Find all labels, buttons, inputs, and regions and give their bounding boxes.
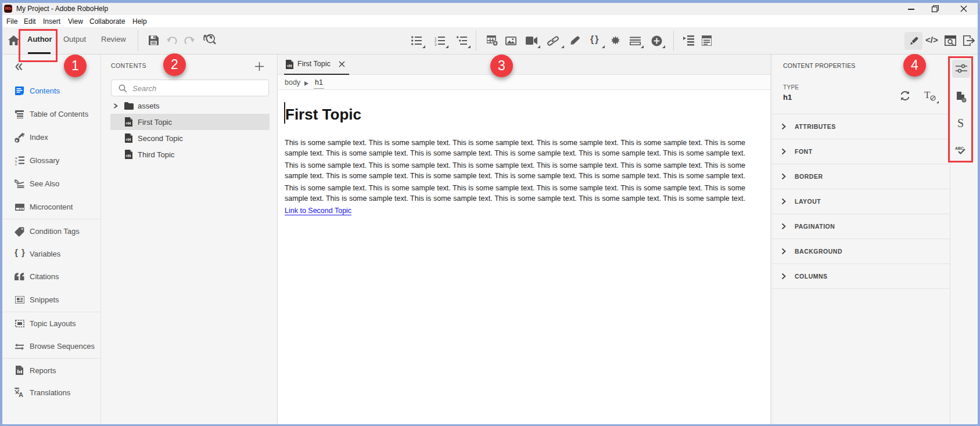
svg-text:<H: <H bbox=[287, 64, 292, 68]
svg-text:<H: <H bbox=[126, 138, 131, 142]
svg-text:<H: <H bbox=[126, 154, 131, 158]
svg-text:c: c bbox=[15, 162, 17, 165]
svg-text:A: A bbox=[19, 391, 23, 398]
svg-text:3: 3 bbox=[435, 43, 437, 46]
svg-text:<H: <H bbox=[126, 121, 131, 125]
